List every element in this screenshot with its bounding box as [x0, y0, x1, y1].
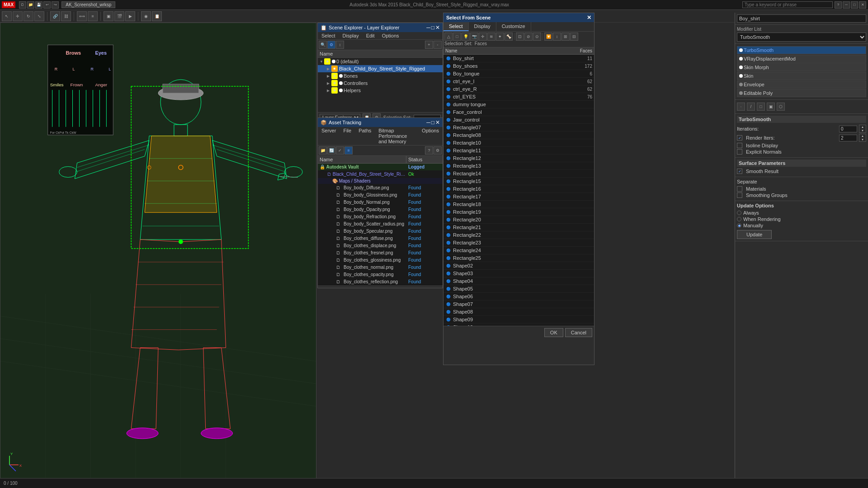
when-rendering-option[interactable]: When Rendering [737, 216, 866, 222]
list-item[interactable]: 🔵Rectangle07 [443, 124, 594, 131]
render-iter-down-btn[interactable]: ▼ [859, 138, 866, 141]
sfs-select-all-icon[interactable]: ⊡ [516, 33, 524, 41]
sfs-particle-systems-icon[interactable]: ✦ [496, 33, 504, 41]
at-minimize-icon[interactable]: ─ [426, 119, 430, 126]
modifier-turbosmoooth[interactable]: TurboSmooth [737, 46, 866, 54]
edge-btn[interactable]: / [747, 103, 755, 111]
at-menu-server[interactable]: Server [318, 127, 340, 145]
sfs-lights-icon[interactable]: 💡 [462, 33, 470, 41]
render-iter-checkbox[interactable]: ✓ [737, 135, 742, 141]
list-item[interactable]: 🔵Rectangle17 [443, 193, 594, 201]
sfs-invert-icon[interactable]: ⊙ [533, 33, 541, 41]
list-item[interactable]: 🔵Boy_shoes172 [443, 62, 594, 70]
list-item[interactable]: 🔵ctrl_eye_l62 [443, 78, 594, 85]
expand-all-icon[interactable]: + [425, 41, 433, 49]
list-item[interactable]: 🔵Rectangle23 [443, 239, 594, 247]
list-item[interactable]: 🔵Shape09 [443, 316, 594, 324]
unlink-icon[interactable]: ⛓ [61, 11, 71, 21]
list-item[interactable]: 🔵Shape06 [443, 293, 594, 300]
move-icon[interactable]: ✛ [13, 11, 23, 21]
list-item[interactable]: 🗋Boy_body_Scatter_radius.pngFound [318, 221, 443, 228]
tree-item-controllers[interactable]: ▶ ◈ Controllers [318, 80, 443, 87]
render-iter-up-btn[interactable]: ▲ [859, 134, 866, 138]
render-setup-icon[interactable]: 🎬 [114, 11, 124, 21]
list-item[interactable]: 🔵Rectangle21 [443, 224, 594, 231]
list-item[interactable]: 🔵Shape07 [443, 300, 594, 308]
list-item[interactable]: 🔵dummy tongue [443, 101, 594, 108]
list-item[interactable]: 🔵Face_control [443, 108, 594, 116]
sfs-geometry-icon[interactable]: △ [444, 33, 453, 41]
at-menu-file[interactable]: File [340, 127, 355, 145]
tree-item-bones[interactable]: ▶ ◈ Bones [318, 72, 443, 80]
sfs-collapse-icon[interactable]: ⊟ [570, 33, 578, 41]
close-icon[interactable]: ✕ [859, 1, 866, 9]
always-radio[interactable] [737, 211, 741, 215]
vertex-btn[interactable]: · [737, 103, 745, 111]
list-item[interactable]: 🔵Rectangle19 [443, 208, 594, 216]
manually-radio[interactable] [737, 223, 741, 228]
asset-row-maps[interactable]: 🎨 Maps / Shaders [318, 178, 443, 184]
rotate-icon[interactable]: ↻ [24, 11, 33, 21]
when-rendering-radio[interactable] [737, 217, 741, 221]
list-item[interactable]: 🔵Rectangle16 [443, 185, 594, 193]
manually-option[interactable]: Manually [737, 223, 866, 228]
materials-checkbox[interactable] [737, 186, 742, 192]
at-menu-bitmap[interactable]: Bitmap Performance and Memory [375, 127, 418, 145]
element-btn[interactable]: ⬡ [777, 103, 785, 111]
at-close-icon[interactable]: ✕ [435, 119, 440, 126]
redo-icon[interactable]: ↪ [52, 1, 59, 9]
list-item[interactable]: 🔵Rectangle12 [443, 155, 594, 162]
sfs-helpers-icon[interactable]: ✛ [479, 33, 487, 41]
list-item[interactable]: 🗋Boy_clothes_diffuse.pngFound [318, 235, 443, 242]
sfs-space-warps-icon[interactable]: ≋ [487, 33, 495, 41]
menu-select[interactable]: Select [318, 32, 339, 39]
smooth-result-checkbox[interactable]: ✓ [737, 169, 742, 174]
asset-row-file[interactable]: 🗋 Black_Child_Boy_Street_Style_Rigged_ma… [318, 171, 443, 178]
maximize-icon[interactable]: □ [851, 1, 858, 9]
render-iters-input[interactable] [839, 135, 857, 141]
at-menu-options[interactable]: Options [418, 127, 443, 145]
list-item[interactable]: 🔵Jaw_control [443, 116, 594, 124]
render-icon[interactable]: ▶ [125, 11, 135, 21]
modifier-vraydisplace[interactable]: VRayDisplacementMod [737, 55, 866, 63]
list-item[interactable]: 🗋Boy_clothes_glossiness.pngFound [318, 257, 443, 264]
sfs-cameras-icon[interactable]: 📷 [470, 33, 478, 41]
list-item[interactable]: 🔵ctrl_EYES76 [443, 93, 594, 101]
list-item[interactable]: 🔵Rectangle13 [443, 162, 594, 170]
list-item[interactable]: 🔵Shape04 [443, 277, 594, 285]
sfs-shapes-icon[interactable]: □ [453, 33, 461, 41]
sfs-filter-icon[interactable]: 🔽 [544, 33, 552, 41]
list-item[interactable]: 🗋Boy_body_Glossiness.pngFound [318, 192, 443, 199]
list-item[interactable]: 🔵Rectangle20 [443, 216, 594, 224]
isoline-checkbox[interactable] [737, 143, 742, 148]
list-item[interactable]: 🗋Boy_body_Diffuse.pngFound [318, 184, 443, 192]
update-button[interactable]: Update [737, 230, 772, 239]
cancel-button[interactable]: Cancel [565, 328, 592, 337]
collapse-all-icon[interactable]: - [434, 41, 442, 49]
list-item[interactable]: 🔵Boy_tongue6 [443, 70, 594, 78]
sfs-expand-icon[interactable]: ⊞ [561, 33, 570, 41]
modifier-skin[interactable]: Skin [737, 72, 866, 80]
explicit-normals-checkbox[interactable] [737, 149, 742, 155]
search-icon[interactable]: 🔍 [319, 41, 327, 49]
always-option[interactable]: Always [737, 210, 866, 216]
asset-row-vault[interactable]: 🔒 Autodesk Vault Logged [318, 164, 443, 171]
at-icon4[interactable]: ≡ [344, 146, 353, 155]
sfs-sort-icon[interactable]: ↕ [553, 33, 561, 41]
tab-customize[interactable]: Customize [496, 22, 531, 31]
viewport-3d-scene[interactable]: X Y Brows Eyes R L R L Smiles Frown Ange… [0, 23, 316, 488]
align-icon[interactable]: ≡ [88, 11, 98, 21]
scale-icon[interactable]: ⤡ [34, 11, 44, 21]
list-item[interactable]: 🗋Boy_body_Opacity.pngFound [318, 206, 443, 213]
tree-item-helpers[interactable]: ▶ ◈ Helpers [318, 87, 443, 94]
object-name-input[interactable] [737, 14, 866, 23]
at-settings-icon[interactable]: ⚙ [434, 146, 442, 155]
sort-icon[interactable]: ↕ [336, 41, 344, 49]
sfs-select-none-icon[interactable]: ⊘ [524, 33, 533, 41]
menu-edit[interactable]: Edit [363, 32, 378, 39]
list-item[interactable]: 🔵Rectangle18 [443, 201, 594, 208]
panel-restore-icon[interactable]: □ [431, 24, 434, 31]
tree-item-black-child[interactable]: ▶ ■ Black_Child_Boy_Street_Style_Rigged [318, 65, 443, 72]
list-item[interactable]: 🗋Boy_body_Normal.pngFound [318, 199, 443, 206]
keyword-search-input[interactable] [742, 1, 833, 8]
